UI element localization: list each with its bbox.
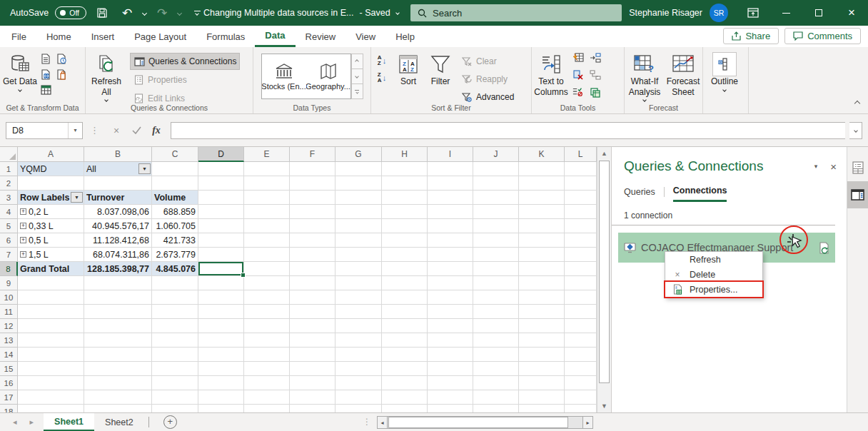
cell-K17[interactable] — [519, 390, 565, 405]
cell-C8[interactable]: 4.845.076 — [152, 262, 198, 276]
close-button[interactable]: × — [835, 0, 868, 26]
save-icon[interactable] — [93, 4, 111, 21]
cell-K16[interactable] — [519, 376, 565, 390]
cell-B7[interactable]: 68.074.311,86 — [84, 248, 152, 262]
cell-L9[interactable] — [565, 276, 597, 290]
row-header-7[interactable]: 7 — [0, 248, 18, 262]
cell-J6[interactable] — [473, 233, 519, 248]
scroll-left-icon[interactable]: ◂ — [377, 416, 388, 429]
cell-K3[interactable] — [519, 191, 565, 205]
tab-scrollbar-resize-handle[interactable]: ⋮ — [363, 417, 371, 427]
cell-J3[interactable] — [473, 191, 519, 205]
stocks-data-type[interactable]: Stocks (En... — [262, 54, 306, 98]
tab-formulas[interactable]: Formulas — [196, 26, 255, 47]
cell-C16[interactable] — [152, 376, 198, 390]
refresh-all-button[interactable]: Refresh All — [86, 49, 127, 102]
cell-C10[interactable] — [152, 290, 198, 305]
cell-G16[interactable] — [335, 376, 382, 390]
cell-D5[interactable] — [198, 219, 244, 233]
cell-J8[interactable] — [473, 262, 519, 276]
cell-H18[interactable] — [382, 405, 428, 412]
cell-K1[interactable] — [519, 162, 565, 176]
row-header-11[interactable]: 11 — [0, 305, 18, 319]
column-header-J[interactable]: J — [473, 147, 519, 162]
row-header-1[interactable]: 1 — [0, 162, 18, 176]
cell-D4[interactable] — [198, 205, 244, 219]
expand-icon[interactable]: + — [20, 251, 26, 258]
column-header-G[interactable]: G — [335, 147, 382, 162]
cell-J16[interactable] — [473, 376, 519, 390]
cell-B8[interactable]: 128.185.398,77 — [84, 262, 152, 276]
cell-K7[interactable] — [519, 248, 565, 262]
cell-F8[interactable] — [290, 262, 335, 276]
cell-L15[interactable] — [565, 362, 597, 376]
cell-F1[interactable] — [290, 162, 335, 176]
cell-D15[interactable] — [198, 362, 244, 376]
cell-K18[interactable] — [519, 405, 565, 412]
flash-fill-icon[interactable] — [572, 52, 584, 64]
tab-page-layout[interactable]: Page Layout — [124, 26, 196, 47]
menu-item-delete[interactable]: × Delete — [665, 267, 762, 282]
cell-K12[interactable] — [519, 319, 565, 333]
scroll-right-icon[interactable]: ▸ — [582, 416, 593, 429]
formula-input[interactable] — [171, 122, 845, 139]
autosave-toggle[interactable]: Off — [55, 6, 86, 19]
cell-I15[interactable] — [428, 362, 473, 376]
consolidate-icon[interactable] — [590, 52, 601, 64]
cell-F13[interactable] — [290, 333, 335, 348]
cell-F9[interactable] — [290, 276, 335, 290]
cell-L12[interactable] — [565, 319, 597, 333]
search-input[interactable]: Search — [410, 4, 622, 21]
menu-item-properties[interactable]: Properties... — [665, 282, 762, 297]
cell-C1[interactable] — [152, 162, 198, 176]
cell-I2[interactable] — [428, 176, 473, 191]
cell-K8[interactable] — [519, 262, 565, 276]
avatar[interactable]: SR — [710, 4, 728, 22]
cell-K11[interactable] — [519, 305, 565, 319]
cell-L17[interactable] — [565, 390, 597, 405]
cell-B13[interactable] — [84, 333, 152, 348]
cell-A12[interactable] — [18, 319, 84, 333]
cell-G10[interactable] — [335, 290, 382, 305]
cell-G4[interactable] — [335, 205, 382, 219]
cell-C13[interactable] — [152, 333, 198, 348]
scroll-up-icon[interactable]: ▲ — [597, 147, 611, 160]
cell-D6[interactable] — [198, 233, 244, 248]
column-header-H[interactable]: H — [382, 147, 428, 162]
tab-file[interactable]: File — [0, 26, 36, 47]
cell-L11[interactable] — [565, 305, 597, 319]
pivot-fields-pane-icon[interactable] — [847, 154, 868, 181]
cell-D9[interactable] — [198, 276, 244, 290]
what-if-analysis-button[interactable]: ? What-If Analysis — [625, 49, 665, 102]
cell-F10[interactable] — [290, 290, 335, 305]
cell-K5[interactable] — [519, 219, 565, 233]
cell-D11[interactable] — [198, 305, 244, 319]
cell-L14[interactable] — [565, 348, 597, 362]
cell-A18[interactable] — [18, 405, 84, 412]
cell-G7[interactable] — [335, 248, 382, 262]
cell-J18[interactable] — [473, 405, 519, 412]
column-header-C[interactable]: C — [152, 147, 198, 162]
expand-icon[interactable]: + — [20, 223, 26, 229]
vertical-scroll-thumb[interactable] — [599, 161, 610, 383]
row-header-10[interactable]: 10 — [0, 290, 18, 305]
row-header-17[interactable]: 17 — [0, 390, 18, 405]
cell-L8[interactable] — [565, 262, 597, 276]
cell-F18[interactable] — [290, 405, 335, 412]
column-header-K[interactable]: K — [519, 147, 565, 162]
cell-G1[interactable] — [335, 162, 382, 176]
cell-I17[interactable] — [428, 390, 473, 405]
cell-C7[interactable]: 2.673.779 — [152, 248, 198, 262]
relationships-icon[interactable] — [590, 69, 601, 81]
cell-C15[interactable] — [152, 362, 198, 376]
cell-G9[interactable] — [335, 276, 382, 290]
cell-A14[interactable] — [18, 348, 84, 362]
cell-E16[interactable] — [244, 376, 290, 390]
new-sheet-button[interactable]: + — [163, 415, 177, 429]
cell-A7[interactable]: +1,5 L — [18, 248, 84, 262]
cell-B12[interactable] — [84, 319, 152, 333]
cell-dropdown-icon[interactable]: ▼ — [71, 192, 83, 203]
remove-duplicates-icon[interactable] — [572, 69, 584, 81]
cell-J4[interactable] — [473, 205, 519, 219]
cell-dropdown-icon[interactable]: ▼ — [138, 163, 151, 174]
